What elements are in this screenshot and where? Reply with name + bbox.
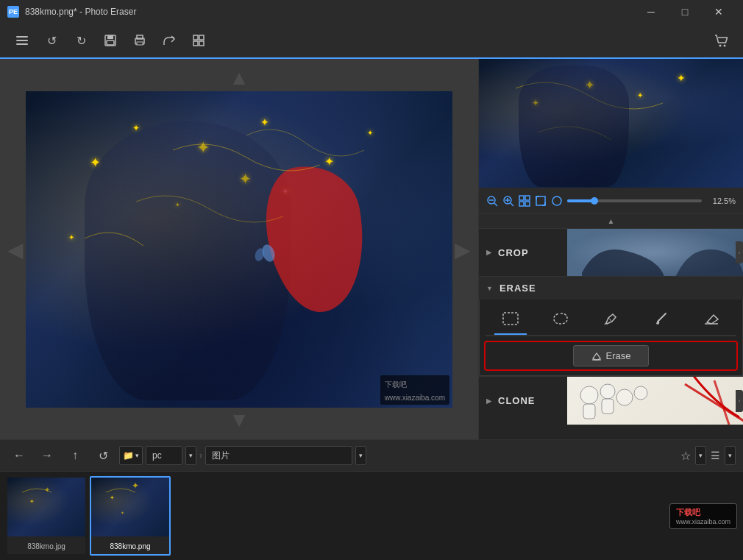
star-dropdown[interactable]: ▾ (695, 446, 706, 465)
svg-rect-1 (107, 35, 113, 39)
path-folder-dropdown[interactable]: ▾ (355, 446, 366, 465)
path-pc-input[interactable] (146, 446, 182, 465)
clone-header[interactable]: ▶ CLONE (479, 377, 567, 425)
file-browser: ✦ ✦ 838kmo.jpg ✦ ✦ ✦ 838kmo.png 下载吧 www. (0, 472, 743, 560)
restore-button[interactable]: □ (668, 0, 702, 24)
up-button[interactable]: ↑ (63, 444, 87, 467)
zoom-out-button[interactable] (486, 195, 498, 207)
svg-line-33 (608, 318, 612, 322)
star-decoration: ✦ (367, 129, 373, 137)
toolbar: ↺ ↻ (0, 24, 743, 59)
erase-arrow: ▼ (486, 285, 494, 292)
svg-point-30 (552, 196, 561, 205)
crop-header[interactable]: ▶ CROP (479, 229, 567, 276)
svg-text:✦: ✦ (132, 481, 139, 491)
refresh-button[interactable]: ↺ (91, 444, 115, 467)
close-button[interactable]: ✕ (702, 0, 736, 24)
fit-button[interactable] (519, 195, 530, 207)
forward-button[interactable]: → (35, 444, 59, 467)
watermark-badge: 下载吧 www.xiazaiba.com (669, 503, 737, 529)
svg-point-36 (580, 386, 598, 404)
clone-expand-handle[interactable]: › (736, 390, 743, 412)
star-button[interactable]: ☆ (680, 449, 691, 463)
file-thumb-stars: ✦ ✦ (7, 478, 85, 536)
erase-action-label: Erase (606, 350, 631, 361)
eraser-button[interactable] (695, 305, 728, 332)
titlebar-controls: ─ □ ✕ (634, 0, 736, 24)
svg-line-43 (714, 380, 729, 425)
path-folder-input[interactable] (205, 446, 352, 465)
file-thumb-jpg-image: ✦ ✦ (7, 478, 85, 536)
canvas-arrow-left: ◀ (7, 237, 24, 261)
undo-button[interactable]: ↺ (38, 27, 65, 54)
rectangle-select-button[interactable] (494, 305, 527, 332)
erase-section: ▼ ERASE (479, 277, 743, 377)
crop-preview-content (567, 229, 743, 276)
crop-section: ▶ CROP (479, 229, 743, 277)
svg-rect-32 (503, 313, 518, 325)
right-panel: ✦ ✦ ✦ ✦ (478, 59, 743, 439)
actual-size-button[interactable] (535, 195, 547, 207)
titlebar-title: 838kmo.png* - Photo Eraser (25, 7, 136, 17)
file-thumb-jpg[interactable]: ✦ ✦ 838kmo.jpg (6, 476, 87, 556)
character-silhouette (85, 121, 291, 400)
clone-preview-content (567, 377, 743, 425)
erase-tool-row (486, 305, 736, 336)
list-dropdown-arrow: ▾ (728, 452, 732, 459)
app-icon: PE (7, 6, 19, 18)
zoom-slider[interactable] (567, 199, 702, 202)
star-icon: ☆ (680, 450, 691, 462)
star-decoration: ✦ (324, 155, 334, 169)
svg-rect-2 (107, 40, 114, 45)
watermark-brand: 下载吧 (676, 507, 730, 518)
save-button[interactable] (97, 27, 124, 54)
view-icon (191, 33, 206, 48)
folder-type-dropdown[interactable]: 📁 ▾ (119, 446, 143, 465)
file-thumb-png[interactable]: ✦ ✦ ✦ 838kmo.png (90, 476, 171, 556)
list-dropdown[interactable]: ▾ (725, 446, 736, 465)
canvas-arrow-right: ▶ (455, 237, 471, 261)
erase-header[interactable]: ▼ ERASE (479, 277, 743, 300)
eraser-icon (703, 312, 719, 325)
back-button[interactable]: ← (7, 444, 31, 467)
minimize-button[interactable]: ─ (634, 0, 668, 24)
print-button[interactable] (127, 27, 153, 54)
star-decoration: ✦ (260, 116, 269, 128)
list-button[interactable]: ☰ (711, 450, 720, 461)
svg-rect-25 (536, 196, 545, 205)
zoom-slider-thumb[interactable] (591, 197, 598, 205)
fit-icon (519, 195, 530, 207)
canvas-area[interactable]: ▲ ▼ ◀ ▶ ✦ ✦ ✦ ✦ ✦ ✦ ✦ ✦ ✦ ✦ (0, 59, 478, 439)
reset-zoom-button[interactable] (551, 195, 563, 207)
svg-rect-9 (199, 41, 204, 46)
svg-point-38 (616, 389, 633, 405)
share-button[interactable] (156, 27, 182, 54)
svg-line-42 (685, 384, 743, 421)
svg-text:✦: ✦ (29, 498, 35, 505)
zoom-in-button[interactable] (502, 195, 514, 207)
shop-button[interactable] (708, 27, 734, 54)
svg-rect-6 (193, 35, 198, 40)
preview-star: ✦ (637, 91, 643, 99)
hamburger-menu-button[interactable] (9, 27, 35, 54)
redo-button[interactable]: ↻ (68, 27, 94, 54)
watermark-badge-container: 下载吧 www.xiazaiba.com (669, 503, 737, 529)
right-panel-scroll[interactable]: ▶ CROP (479, 229, 743, 439)
crop-expand-handle[interactable]: › (736, 241, 743, 263)
clone-section: ▶ CLONE (479, 377, 743, 425)
brush-button[interactable] (645, 305, 678, 332)
collapse-button[interactable]: ▲ (479, 214, 743, 229)
path-pc-dropdown[interactable]: ▾ (185, 446, 196, 465)
canvas-image[interactable]: ✦ ✦ ✦ ✦ ✦ ✦ ✦ ✦ ✦ ✦ (26, 91, 452, 408)
lasso-select-button[interactable] (544, 305, 577, 332)
svg-text:✦: ✦ (121, 511, 124, 515)
preview-star: ✦ (677, 72, 686, 84)
erase-label: ERASE (500, 283, 536, 294)
path-separator: › (199, 450, 202, 461)
view-button[interactable] (185, 27, 212, 54)
erase-action-icon (591, 351, 602, 361)
smart-select-button[interactable] (594, 305, 627, 332)
zoom-value: 12.5% (706, 196, 736, 205)
erase-action-button[interactable]: Erase (573, 345, 650, 366)
file-thumb-png-image: ✦ ✦ ✦ (91, 478, 169, 536)
